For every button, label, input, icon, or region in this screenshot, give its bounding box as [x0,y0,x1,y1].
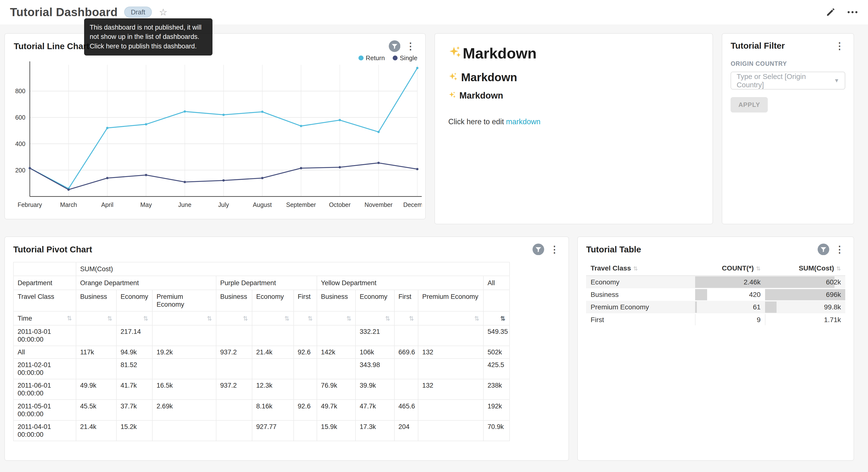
pivot-group-header: Yellow Department [317,276,484,290]
pivot-cell: 92.6 [293,346,317,358]
pivot-cell: 92.6 [293,400,317,420]
pivot-cell: 8.16k [252,400,293,420]
pivot-cell: 39.9k [355,379,394,400]
pivot-column-header: Premium Economy [418,290,484,312]
table-column-header[interactable]: Travel Class⇅ [586,261,695,276]
pivot-group-header: Purple Department [216,276,317,290]
sort-icon[interactable]: ⇅ [756,266,761,272]
sort-icon[interactable]: ⇅ [67,315,72,322]
pivot-cell: 49.7k [317,400,355,420]
summary-table: Travel Class⇅COUNT(*)⇅SUM(Cost)⇅Economy2… [586,261,845,326]
legend-item-single[interactable]: Single [393,54,417,62]
pivot-sort-cell[interactable]: ⇅ [355,311,394,325]
sort-icon[interactable]: ⇅ [107,315,112,322]
table-column-header[interactable]: SUM(Cost)⇅ [765,261,845,276]
pivot-subdimension-header: Travel Class [13,290,76,312]
pivot-cell: 21.4k [76,420,116,441]
kebab-menu-icon[interactable]: ⋮ [549,244,560,255]
chevron-down-icon: ▼ [834,78,839,84]
sort-icon[interactable]: ⇅ [500,315,505,322]
table-cell-count: 2.46k [695,276,765,288]
pivot-time-header[interactable]: Time⇅ [13,311,76,325]
pivot-cell: 238k [484,379,509,400]
pivot-sort-cell[interactable]: ⇅ [418,311,484,325]
pivot-cell: 81.52 [116,358,152,379]
sort-icon[interactable]: ⇅ [346,315,351,322]
table-cell-travel-class: First [586,313,695,326]
kebab-menu-icon[interactable]: ⋮ [405,40,416,52]
sort-icon[interactable]: ⇅ [836,266,841,272]
kebab-menu-icon[interactable]: ⋮ [834,40,845,51]
legend-dot [359,56,363,60]
pivot-row-label: 2011-06-01 00:00:00 [13,379,76,400]
cell-bar [695,314,695,325]
filter-indicator-icon[interactable] [389,40,401,52]
table-row[interactable]: Economy2.46k602k [586,276,845,288]
table-cell-travel-class: Premium Economy [586,301,695,313]
svg-text:February: February [18,201,42,208]
pivot-cell [293,358,317,379]
pivot-cell: 94.9k [116,346,152,358]
pivot-cell [152,420,216,441]
pivot-cell [394,325,418,346]
pivot-sort-cell[interactable]: ⇅ [484,311,509,325]
pivot-sort-cell[interactable]: ⇅ [216,311,252,325]
origin-country-select[interactable]: Type or Select [Origin Country] ▼ [731,72,845,89]
favorite-star-icon[interactable]: ☆ [159,7,167,18]
table-row[interactable]: First91.71k [586,313,845,326]
kebab-menu-icon[interactable]: ⋮ [834,244,845,255]
sort-icon[interactable]: ⇅ [284,315,289,322]
pivot-sort-cell[interactable]: ⇅ [317,311,355,325]
sort-icon[interactable]: ⇅ [207,315,212,322]
table-row[interactable]: Business420696k [586,288,845,301]
pivot-sort-cell[interactable]: ⇅ [116,311,152,325]
dashboard-title: Tutorial Dashboard [10,5,118,19]
markdown-h1: Markdown [448,45,699,62]
table-column-header[interactable]: COUNT(*)⇅ [695,261,765,276]
sort-icon[interactable]: ⇅ [243,315,248,322]
table-row[interactable]: Premium Economy6199.8k [586,301,845,313]
apply-button[interactable]: APPLY [731,97,768,113]
table-cell-count: 9 [695,313,765,326]
table-cell-sum: 602k [765,276,845,288]
pivot-sort-cell[interactable]: ⇅ [76,311,116,325]
pivot-group-header: All [484,276,509,290]
pivot-dimension-header: Department [13,276,76,290]
pivot-sort-cell[interactable]: ⇅ [152,311,216,325]
table-cell-travel-class: Economy [586,276,695,288]
pivot-cell [152,325,216,346]
edit-pencil-icon[interactable] [826,7,836,18]
sort-icon[interactable]: ⇅ [143,315,148,322]
pivot-cell [216,420,252,441]
draft-badge[interactable]: Draft [124,7,152,18]
sort-icon[interactable]: ⇅ [474,315,479,322]
sparkles-icon [448,90,456,101]
sort-icon[interactable]: ⇅ [308,315,313,322]
svg-text:December: December [403,201,422,208]
cell-bar [765,276,835,288]
pivot-sort-cell[interactable]: ⇅ [293,311,317,325]
markdown-edit-link[interactable]: markdown [506,117,540,126]
more-menu-icon[interactable] [847,10,858,14]
filter-card: Tutorial Filter ⋮ ORIGIN COUNTRY Type or… [722,33,854,224]
pivot-cell: 17.3k [355,420,394,441]
sort-icon[interactable]: ⇅ [409,315,414,322]
svg-text:200: 200 [15,167,25,174]
filter-indicator-icon[interactable] [818,243,829,255]
svg-text:September: September [286,201,316,208]
pivot-cell [252,358,293,379]
pivot-sort-cell[interactable]: ⇅ [252,311,293,325]
legend-item-return[interactable]: Return [359,54,385,62]
publish-tooltip: This dashboard is not published, it will… [84,18,213,56]
sort-icon[interactable]: ⇅ [633,266,638,272]
pivot-sort-cell[interactable]: ⇅ [394,311,418,325]
pivot-row: 2011-05-01 00:00:0045.5k37.7k2.69k8.16k9… [13,400,509,420]
svg-text:November: November [365,201,393,208]
filter-indicator-icon[interactable] [532,243,544,255]
sort-icon[interactable]: ⇅ [385,315,390,322]
table-card: Tutorial Table ⋮ Travel Class⇅COUNT(*)⇅S… [577,236,854,461]
pivot-cell: 669.6 [394,346,418,358]
select-placeholder: Type or Select [Origin Country] [737,72,834,89]
svg-text:March: March [60,201,77,208]
pivot-corner-cell [13,262,76,276]
